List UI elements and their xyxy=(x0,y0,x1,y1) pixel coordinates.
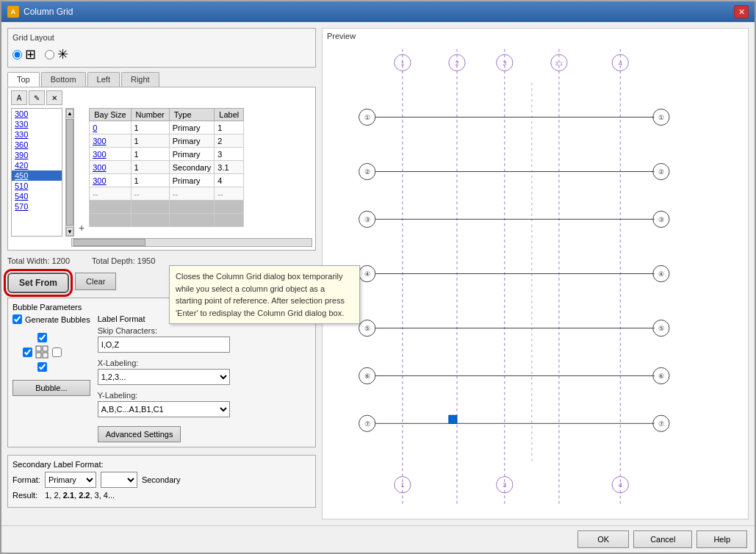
radio-item-2[interactable]: ✳ xyxy=(45,46,68,62)
list-item[interactable]: 510 xyxy=(12,181,62,191)
cell-label: 4 xyxy=(215,174,244,187)
svg-text:④: ④ xyxy=(364,270,370,278)
svg-text:⑥: ⑥ xyxy=(658,373,664,380)
toolbar-btn-3[interactable]: ✕ xyxy=(46,90,62,105)
svg-rect-3 xyxy=(43,353,48,358)
bubble-bottom[interactable] xyxy=(37,362,47,372)
x-labeling-label: X-Labeling: xyxy=(98,359,311,367)
tab-right[interactable]: Right xyxy=(121,72,159,87)
cell-bay[interactable]: 0 xyxy=(90,121,131,134)
table-row[interactable]: 300 1 Secondary 3.1 xyxy=(90,161,244,174)
generate-bubbles-checkbox[interactable]: Generate Bubbles xyxy=(12,314,90,324)
svg-rect-2 xyxy=(36,353,41,358)
cell-number: 1 xyxy=(131,134,169,148)
secondary-label: Secondary xyxy=(142,475,181,484)
svg-text:1: 1 xyxy=(400,60,404,67)
list-item[interactable]: 540 xyxy=(12,191,62,201)
set-from-button[interactable]: Set From xyxy=(7,273,69,293)
svg-text:④: ④ xyxy=(658,270,664,278)
cell-type: Secondary xyxy=(169,161,215,174)
svg-text:4: 4 xyxy=(619,481,622,489)
table-area: 300 330 330 360 390 420 450 510 540 570 xyxy=(11,108,312,237)
bubble-right[interactable] xyxy=(52,348,62,357)
tab-bar: Top Bottom Left Right xyxy=(7,72,316,87)
x-labeling-select[interactable]: 1,2,3... xyxy=(98,369,230,385)
vertical-scrollbar[interactable]: ▲ ▼ xyxy=(65,108,74,237)
cell-number: 1 xyxy=(131,174,169,187)
cell-number: 1 xyxy=(131,161,169,174)
col-type: Type xyxy=(169,109,215,121)
radio-row: ⊞ ✳ xyxy=(12,46,311,62)
generate-bubbles-input[interactable] xyxy=(12,314,22,324)
bubble-left[interactable] xyxy=(23,348,32,357)
help-button[interactable]: Help xyxy=(696,530,747,548)
svg-text:⑥: ⑥ xyxy=(364,373,370,380)
format-row: Format: Primary Secondary xyxy=(12,472,311,488)
list-item[interactable]: 330 xyxy=(12,119,62,129)
y-labeling-row: Y-Labeling: A,B,C...A1,B1,C1 xyxy=(98,391,311,417)
cell-label: 2 xyxy=(215,134,244,148)
svg-text:3: 3 xyxy=(503,60,506,67)
svg-text:⑦: ⑦ xyxy=(364,420,370,428)
result-label: Result: xyxy=(12,491,37,500)
cell-label: 3.1 xyxy=(215,161,244,174)
horizontal-scrollbar[interactable] xyxy=(71,238,312,247)
skip-chars-input[interactable] xyxy=(98,337,230,353)
scroll-thumb[interactable] xyxy=(66,119,73,226)
tab-bottom[interactable]: Bottom xyxy=(41,72,86,87)
list-item[interactable]: 300 xyxy=(12,109,62,119)
total-depth-value: 1950 xyxy=(137,256,155,265)
close-button[interactable]: ✕ xyxy=(734,5,749,18)
bubble-top[interactable] xyxy=(37,333,47,342)
x-labeling-row: X-Labeling: 1,2,3... xyxy=(98,359,311,385)
radio-grid-2[interactable] xyxy=(45,50,54,60)
list-item[interactable]: 390 xyxy=(12,150,62,160)
list-item[interactable]: 570 xyxy=(12,201,62,212)
table-row[interactable]: 300 1 Primary 2 xyxy=(90,134,244,148)
add-row-button[interactable]: + xyxy=(77,222,86,234)
svg-text:⑤: ⑤ xyxy=(364,325,370,332)
tab-top[interactable]: Top xyxy=(7,72,40,87)
toolbar-btn-2[interactable]: ✎ xyxy=(29,90,45,105)
left-list[interactable]: 300 330 330 360 390 420 450 510 540 570 xyxy=(11,108,62,237)
label-format-label: Label Format xyxy=(98,314,145,323)
format-select[interactable]: Primary xyxy=(45,472,96,488)
svg-text:③: ③ xyxy=(364,216,370,223)
cell-number: 1 xyxy=(131,148,169,161)
radio-item-1[interactable]: ⊞ xyxy=(12,46,36,62)
total-width-value: 1200 xyxy=(52,256,70,265)
cell-bay[interactable]: 300 xyxy=(90,134,131,148)
ok-button[interactable]: OK xyxy=(577,530,629,548)
cell-type: Primary xyxy=(169,148,215,161)
horizontal-scroll-thumb[interactable] xyxy=(73,239,145,246)
bubble-grid-container xyxy=(20,327,90,377)
list-item[interactable]: 360 xyxy=(12,140,62,150)
list-item[interactable]: 330 xyxy=(12,129,62,140)
bubble-button[interactable]: Bubble... xyxy=(12,380,90,396)
title-bar: A Column Grid ✕ xyxy=(1,1,755,22)
table-row[interactable]: 300 1 Primary 3 xyxy=(90,148,244,161)
cancel-button[interactable]: Cancel xyxy=(633,530,692,548)
cell-type: Primary xyxy=(169,121,215,134)
table-row[interactable]: 300 1 Primary 4 xyxy=(90,174,244,187)
tab-left[interactable]: Left xyxy=(87,72,120,87)
clear-button[interactable]: Clear xyxy=(75,273,116,290)
dialog-footer: OK Cancel Help xyxy=(1,525,755,553)
scroll-up[interactable]: ▲ xyxy=(66,109,73,118)
svg-text:⑤: ⑤ xyxy=(658,325,664,332)
horizontal-scrollbar-row xyxy=(11,238,312,247)
list-item-selected[interactable]: 450 xyxy=(12,170,62,181)
table-row[interactable]: 0 1 Primary 1 xyxy=(90,121,244,134)
cell-bay[interactable]: 300 xyxy=(90,174,131,187)
y-labeling-select[interactable]: A,B,C...A1,B1,C1 xyxy=(98,401,230,417)
data-table-container[interactable]: Bay Size Number Type Label 0 xyxy=(89,108,312,237)
list-item[interactable]: 420 xyxy=(12,160,62,170)
format-select-2[interactable] xyxy=(101,472,137,488)
scroll-down[interactable]: ▼ xyxy=(66,227,73,236)
toolbar-btn-1[interactable]: A xyxy=(11,90,27,105)
advanced-settings-button[interactable]: Advanced Settings xyxy=(98,426,181,442)
cell-bay[interactable]: 300 xyxy=(90,161,131,174)
cell-bay[interactable]: 300 xyxy=(90,148,131,161)
radio-grid-1[interactable] xyxy=(12,50,22,60)
svg-rect-61 xyxy=(449,415,457,423)
